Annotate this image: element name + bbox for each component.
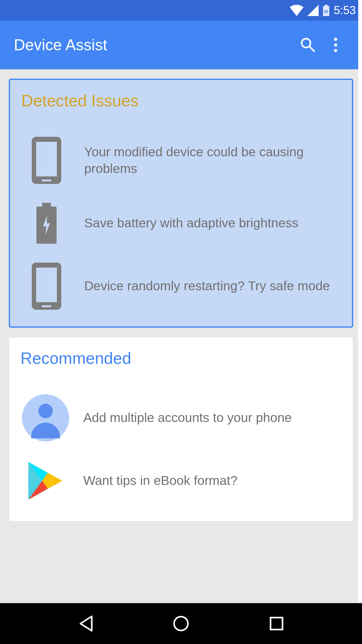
recents-icon — [269, 616, 284, 631]
overflow-menu-button[interactable] — [322, 31, 349, 59]
issue-row[interactable]: Your modified device could be causing pr… — [21, 129, 341, 192]
phone-icon — [32, 263, 61, 310]
svg-point-8 — [174, 617, 188, 630]
svg-line-4 — [310, 47, 314, 51]
recents-button[interactable] — [258, 611, 295, 636]
status-bar: 52 5:53 — [0, 0, 362, 21]
svg-text:52: 52 — [324, 9, 328, 14]
back-icon — [78, 615, 93, 632]
svg-rect-9 — [271, 618, 282, 630]
svg-point-7 — [334, 49, 337, 52]
app-title: Device Assist — [14, 36, 294, 54]
svg-point-5 — [334, 38, 337, 41]
recommended-row[interactable]: Want tips in eBook format? — [20, 449, 342, 512]
svg-point-6 — [334, 43, 337, 47]
content: Detected Issues Your modified device cou… — [0, 70, 362, 603]
wifi-icon — [290, 5, 304, 16]
phone-icon — [32, 137, 61, 184]
search-icon — [300, 37, 316, 53]
recommended-text: Want tips in eBook format? — [83, 472, 342, 489]
recommended-text: Add multiple accounts to your phone — [83, 409, 342, 426]
more-vert-icon — [334, 37, 337, 53]
detected-issues-card: Detected Issues Your modified device cou… — [9, 79, 353, 328]
issue-row[interactable]: Device randomly restarting? Try safe mod… — [21, 255, 341, 318]
issue-text: Save battery with adaptive brightness — [84, 215, 341, 231]
back-button[interactable] — [67, 611, 104, 636]
detected-issues-title: Detected Issues — [21, 91, 341, 110]
recommended-row[interactable]: Add multiple accounts to your phone — [20, 386, 342, 449]
recommended-title: Recommended — [20, 349, 342, 368]
screenshot-edge — [358, 0, 362, 603]
play-store-icon — [25, 459, 66, 503]
home-icon — [173, 615, 189, 632]
battery-charging-icon — [36, 203, 57, 244]
cellular-signal-icon — [307, 5, 319, 16]
navigation-bar — [0, 603, 362, 644]
app-bar: Device Assist — [0, 21, 362, 70]
avatar-icon — [22, 394, 69, 441]
battery-icon: 52 — [322, 5, 330, 16]
recommended-card: Recommended Add multiple accounts to you… — [9, 337, 353, 521]
issue-text: Device randomly restarting? Try safe mod… — [84, 278, 341, 294]
status-time: 5:53 — [334, 4, 356, 17]
issue-row[interactable]: Save battery with adaptive brightness — [21, 192, 341, 255]
svg-rect-0 — [325, 5, 327, 6]
issue-text: Your modified device could be causing pr… — [84, 144, 341, 177]
home-button[interactable] — [162, 611, 200, 636]
search-button[interactable] — [294, 31, 322, 59]
